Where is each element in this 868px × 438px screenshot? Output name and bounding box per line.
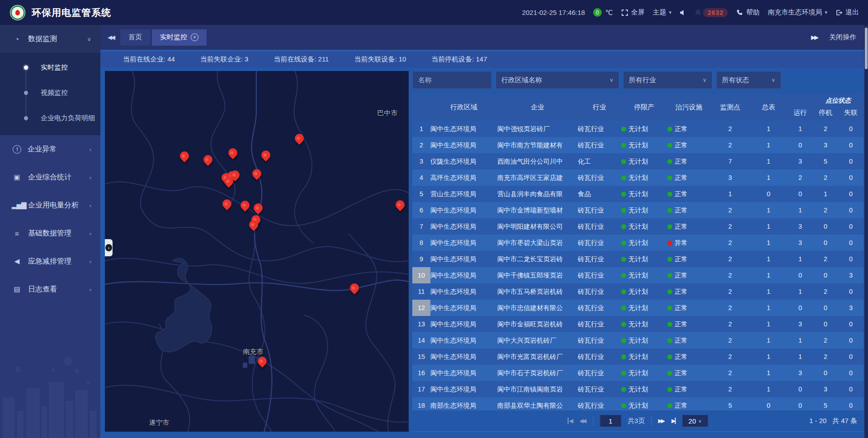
status-dot-icon: [621, 387, 626, 392]
cell-company: 阆中明阳建材有限公司: [497, 222, 578, 231]
tab-close-icon[interactable]: ×: [191, 33, 198, 41]
map-city-label-南充市: 南充市: [243, 348, 264, 356]
table-row[interactable]: 15阆中生态环境局阆中市光富页岩机砖厂砖瓦行业无计划正常21120: [412, 349, 863, 365]
cell-pollution-facility: 正常: [667, 401, 711, 410]
table-row[interactable]: 4高坪生态环境局南充市高坪区王家店建砖瓦行业无计划正常31220: [412, 170, 863, 186]
mute-button[interactable]: [679, 9, 687, 16]
region-select[interactable]: 行政区域名称 ∨: [495, 71, 619, 89]
sidebar-item-应急减排管理[interactable]: ◀应急减排管理‹: [0, 247, 100, 275]
table-row[interactable]: 11阆中生态环境局阆中市五马桥页岩机砖砖瓦行业无计划正常21120: [412, 283, 863, 300]
tabs-scroll-left-icon[interactable]: ◀◀: [108, 34, 114, 41]
row-index: 12: [412, 300, 430, 316]
column-header-行政区域[interactable]: 行政区域: [430, 94, 497, 121]
table-row[interactable]: 1阆中生态环境局阆中强锐页岩砖厂砖瓦行业无计划正常21120: [412, 121, 863, 137]
cell-region: 高坪生态环境局: [430, 174, 497, 182]
cell-limit-production: 无计划: [621, 206, 667, 215]
cell-limit-production: 无计划: [621, 336, 667, 345]
table-row[interactable]: 17阆中生态环境局阆中市江南镇阆南页岩砖瓦行业无计划正常21030: [412, 381, 863, 397]
table-row[interactable]: 3仪陇生态环境局西南油气田分公司川中化工无计划正常71350: [412, 153, 863, 170]
last-page-button[interactable]: ▶: [671, 418, 675, 424]
column-header-监测点[interactable]: 监测点: [711, 94, 750, 121]
sidebar-item-基础数据管理[interactable]: ≡基础数据管理‹: [0, 219, 100, 247]
cell-industry: 砖瓦行业: [578, 369, 621, 377]
cell-total-meters: 1: [750, 255, 788, 263]
cell-limit-production: 无计划: [621, 174, 667, 182]
limit-status-label: 无计划: [628, 369, 648, 377]
cell-limit-production: 无计划: [621, 320, 667, 329]
facility-status-label: 正常: [675, 304, 688, 311]
status-select[interactable]: 所有状态 ∨: [716, 71, 781, 89]
cell-company: 阆中千佛镇五郎垭页岩: [497, 271, 578, 280]
prev-page-button[interactable]: ◀◀: [580, 418, 586, 424]
cell-industry: 砖瓦行业: [578, 239, 621, 247]
table-row[interactable]: 7阆中生态环境局阆中明阳建材有限公司砖瓦行业无计划正常21300: [412, 218, 863, 235]
sidebar-subitem-企业电力负荷明细[interactable]: 企业电力负荷明细: [0, 105, 100, 131]
table-row[interactable]: 6阆中生态环境局阆中市金博瑞新型墙材砖瓦行业无计划正常21120: [412, 202, 863, 218]
cell-limit-production: 无计划: [621, 222, 667, 231]
sidebar-item-企业异常[interactable]: !企业异常‹: [0, 135, 100, 163]
close-operations-button[interactable]: 关闭操作: [829, 33, 856, 42]
sidebar-item-企业综合统计[interactable]: ▣企业综合统计‹: [0, 163, 100, 191]
cell-monitor-points: 2: [711, 353, 750, 360]
cell-lost: 0: [838, 320, 863, 328]
org-dropdown[interactable]: 南充市生态环境局 ▾: [768, 8, 827, 17]
column-header-治污设施[interactable]: 治污设施: [667, 94, 711, 121]
facility-status-label: 正常: [675, 174, 688, 181]
cell-pollution-facility: 正常: [667, 320, 711, 329]
name-search-input[interactable]: 名称: [412, 71, 492, 89]
tabs-scroll-right-icon[interactable]: ▶▶: [811, 34, 817, 41]
table-row[interactable]: 12阆中生态环境局阆中市忠信建材有限公砖瓦行业无计划正常21003: [412, 300, 863, 316]
first-page-button[interactable]: ◀: [568, 418, 573, 424]
table-row[interactable]: 18南部生态环境局南部县双华土陶有限公砖瓦行业无计划正常50050: [412, 397, 863, 410]
cell-monitor-points: 1: [711, 190, 750, 198]
table-row[interactable]: 10阆中生态环境局阆中千佛镇五郎垭页岩砖瓦行业无计划正常21003: [412, 267, 863, 283]
scrollbar-thumb[interactable]: [865, 28, 868, 69]
cell-industry: 砖瓦行业: [578, 304, 621, 312]
cell-industry: 砖瓦行业: [578, 125, 621, 133]
sidebar-item-企业用电量分析[interactable]: ▂▅▇企业用电量分析‹: [0, 191, 100, 219]
map-panel[interactable]: 巴中市南充市遂宁市 ‹: [105, 71, 409, 432]
sidebar-item-日志查看[interactable]: ▤日志查看‹: [0, 275, 100, 303]
tab-首页[interactable]: 首页: [120, 29, 150, 46]
cell-industry: 砖瓦行业: [578, 271, 621, 280]
table-row[interactable]: 16阆中生态环境局阆中市石子页岩机砖厂砖瓦行业无计划正常21300: [412, 365, 863, 381]
cell-limit-production: 无计划: [621, 141, 667, 150]
cell-pollution-facility: 正常: [667, 287, 711, 296]
logout-button[interactable]: 退出: [835, 8, 859, 17]
page-size-select[interactable]: 20 ∨: [682, 414, 708, 427]
sidebar-collapse-handle[interactable]: ‹: [105, 239, 113, 256]
row-index-cell: 15: [412, 349, 430, 365]
sidebar-item-数据监测[interactable]: ◔数据监测∨: [0, 25, 100, 53]
sidebar-subitem-视频监控[interactable]: 视频监控: [0, 80, 100, 105]
column-header-停限产[interactable]: 停限产: [621, 94, 667, 121]
cell-monitor-points: 2: [711, 239, 750, 246]
next-page-button[interactable]: ▶▶: [658, 418, 665, 424]
page-number-input[interactable]: 1: [599, 414, 621, 427]
column-header-企业[interactable]: 企业: [497, 94, 578, 121]
table-row[interactable]: 5营山生态环境局营山县润丰肉食品有限食品无计划正常10010: [412, 186, 863, 202]
column-header-运行[interactable]: 运行: [788, 94, 813, 121]
sidebar-subitem-实时监控[interactable]: 实时监控: [0, 55, 100, 80]
table-row[interactable]: 9阆中生态环境局阆中市二龙长宝页岩砖砖瓦行业无计划正常21120: [412, 251, 863, 267]
row-index: 17: [415, 386, 427, 393]
table-row[interactable]: 13阆中生态环境局阆中市金福旺页岩机砖砖瓦行业无计划正常21300: [412, 316, 863, 332]
cell-running: 3: [788, 369, 813, 377]
theme-dropdown[interactable]: 主题 ▾: [653, 8, 672, 17]
fullscreen-button[interactable]: 全屏: [621, 8, 645, 17]
sidebar-section-icon: !: [13, 145, 21, 154]
notification-button[interactable]: 2632: [695, 8, 728, 17]
cell-pollution-facility: 正常: [667, 255, 711, 264]
stat-value: 211: [318, 55, 329, 63]
table-row[interactable]: 14阆中生态环境局阆中大兴页岩机砖厂砖瓦行业无计划正常21120: [412, 332, 863, 349]
industry-select[interactable]: 所有行业 ∨: [623, 71, 712, 89]
cell-stopped: 0: [813, 304, 838, 311]
cell-monitor-points: 2: [711, 304, 750, 311]
column-header-行业[interactable]: 行业: [578, 94, 621, 121]
table-row[interactable]: 2阆中生态环境局阆中市南方节能建材有砖瓦行业无计划正常21030: [412, 137, 863, 153]
column-header-总表[interactable]: 总表: [750, 94, 788, 121]
status-dot-icon: [667, 208, 672, 213]
help-button[interactable]: 帮助: [736, 8, 760, 17]
tab-实时监控[interactable]: 实时监控×: [152, 29, 207, 46]
window-scrollbar[interactable]: [864, 25, 868, 438]
table-row[interactable]: 8阆中生态环境局阆中市枣碧大梁山页岩砖瓦行业无计划异常21300: [412, 235, 863, 251]
